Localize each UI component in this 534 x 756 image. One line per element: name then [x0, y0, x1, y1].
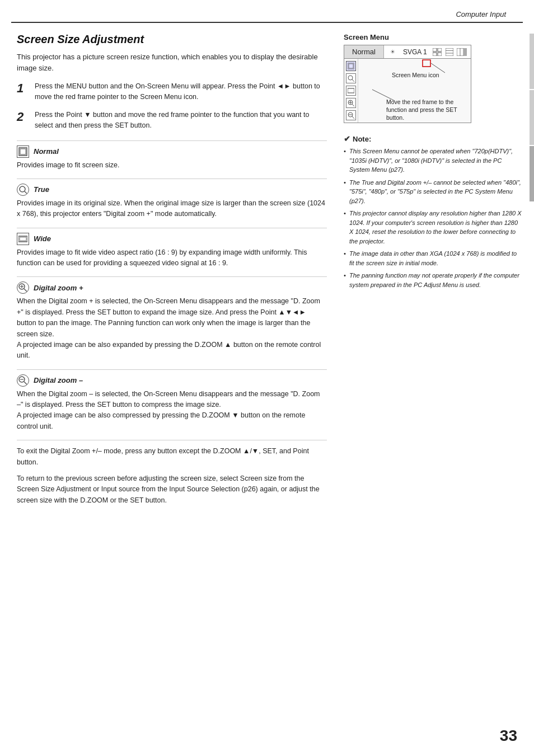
sidebar-icon-3 [346, 86, 356, 96]
svg-point-26 [348, 76, 353, 80]
svg-rect-23 [463, 48, 467, 56]
feature-true: True Provides image in its original size… [17, 184, 327, 220]
dzoom-plus-title: Digital zoom + [34, 284, 83, 292]
sidebar-icon-2 [346, 73, 356, 83]
svg-rect-1 [20, 149, 26, 154]
sun-icon: ☀ [387, 47, 399, 57]
true-icon [17, 184, 29, 196]
divider-4 [17, 276, 327, 277]
svg-rect-16 [438, 53, 442, 56]
divider-5 [17, 369, 327, 370]
menu-normal-button[interactable]: Normal [344, 45, 384, 58]
step-2-text: Press the Point ▼ button and move the re… [35, 110, 327, 132]
checkmark-icon: ✔ [344, 134, 350, 143]
step-2: 2 Press the Point ▼ button and move the … [17, 110, 327, 132]
dzoom-minus-icon [17, 374, 29, 387]
intro-text: This projector has a picture screen resi… [17, 51, 327, 73]
accent-3 [530, 146, 534, 201]
note-item-5: The panning function may not operate pro… [344, 271, 523, 289]
dzoom-plus-icon [17, 281, 29, 294]
feature-digital-zoom-plus: Digital zoom + When the Digital zoom + i… [17, 281, 327, 361]
notes-header: ✔ Note: [344, 134, 523, 143]
svg-rect-5 [20, 237, 26, 241]
dzoom-minus-title: Digital zoom – [34, 376, 83, 384]
svg-rect-28 [348, 88, 354, 93]
exit-text-2: To return to the previous screen before … [17, 473, 327, 506]
feature-dzoom-minus-header: Digital zoom – [17, 374, 327, 387]
feature-normal: Normal Provides image to fit screen size… [17, 145, 327, 171]
grid-icon-2 [444, 47, 455, 57]
feature-wide: Wide Provides image to fit wide video as… [17, 233, 327, 269]
true-title: True [34, 185, 49, 194]
svg-rect-17 [446, 48, 453, 56]
svg-rect-4 [18, 236, 27, 242]
grid-icon-3 [456, 47, 467, 57]
svg-rect-13 [433, 48, 437, 51]
divider-1 [17, 140, 327, 141]
svg-point-2 [20, 186, 25, 192]
feature-dzoom-plus-header: Digital zoom + [17, 281, 327, 294]
steps-container: 1 Press the MENU button and the On-Scree… [17, 81, 327, 132]
svg-rect-38 [423, 60, 430, 67]
screen-menu-side: Screen Menu icon Move the red frame to t… [344, 59, 471, 123]
screen-menu-section: Screen Menu Normal ☀ SVGA 1 [344, 33, 523, 123]
note-item-1: This Screen Menu cannot be operated when… [344, 147, 523, 175]
feature-wide-header: Wide [17, 233, 327, 245]
screen-menu-sidebar [344, 59, 358, 123]
menu-normal-label: Normal [352, 48, 376, 56]
svg-line-27 [352, 79, 354, 82]
red-frame-label: Move the red frame to the function and p… [386, 98, 459, 122]
wide-icon [17, 233, 29, 245]
page-number: 33 [500, 727, 517, 745]
svga-label: SVGA 1 [400, 48, 430, 56]
note-item-4: The image data in other than XGA (1024 x… [344, 249, 523, 267]
normal-title: Normal [34, 147, 59, 156]
screen-menu-diagram-area: Screen Menu icon Move the red frame to t… [358, 59, 459, 120]
step-1-text: Press the MENU button and the On-Screen … [35, 81, 327, 103]
dzoom-plus-text: When the Digital zoom + is selected, the… [17, 296, 327, 361]
svg-line-34 [352, 116, 354, 119]
step-1: 1 Press the MENU button and the On-Scree… [17, 81, 327, 103]
sidebar-icon-4 [346, 98, 356, 108]
section-title: Screen Size Adjustment [17, 33, 327, 46]
accent-2 [530, 90, 534, 145]
left-column: Screen Size Adjustment This projector ha… [17, 33, 327, 511]
feature-normal-header: Normal [17, 145, 327, 158]
header-title: Computer Input [456, 10, 506, 18]
note-item-2: The True and Digital zoom +/– cannot be … [344, 178, 523, 206]
svg-rect-14 [438, 48, 442, 51]
feature-true-header: True [17, 184, 327, 196]
exit-text-1: To exit the Digital Zoom +/– mode, press… [17, 446, 327, 468]
screen-menu-label: Screen Menu [344, 33, 523, 41]
wide-text: Provides image to fit wide video aspect … [17, 247, 327, 269]
divider-6 [17, 440, 327, 440]
feature-digital-zoom-minus: Digital zoom – When the Digital zoom – i… [17, 374, 327, 433]
wide-title: Wide [34, 234, 51, 243]
screen-menu-box: Normal ☀ SVGA 1 [344, 45, 471, 123]
step-2-number: 2 [17, 111, 29, 123]
true-text: Provides image in its original size. Whe… [17, 198, 327, 220]
note-item-3: This projector cannot display any resolu… [344, 209, 523, 246]
sidebar-icon-1 [346, 61, 356, 71]
accent-1 [530, 34, 534, 89]
notes-label: Note: [353, 135, 371, 143]
normal-text: Provides image to fit screen size. [17, 160, 327, 171]
page-header: Computer Input [11, 0, 523, 23]
svg-line-7 [24, 289, 27, 292]
notes-section: ✔ Note: This Screen Menu cannot be opera… [344, 134, 523, 289]
dzoom-minus-text: When the Digital zoom – is selected, the… [17, 389, 327, 433]
sidebar-icon-5 [346, 110, 356, 120]
normal-icon [17, 145, 29, 158]
right-column: Screen Menu Normal ☀ SVGA 1 [344, 33, 523, 511]
screen-menu-top-bar: Normal ☀ SVGA 1 [344, 45, 471, 59]
svg-line-30 [352, 104, 354, 106]
svg-line-11 [24, 382, 27, 384]
svg-line-3 [25, 191, 27, 194]
right-accent-bar [530, 34, 534, 201]
svg-rect-25 [349, 64, 353, 68]
grid-icon-1 [432, 47, 443, 57]
svg-rect-15 [433, 53, 437, 56]
divider-3 [17, 228, 327, 228]
step-1-number: 1 [17, 82, 29, 95]
divider-2 [17, 179, 327, 179]
